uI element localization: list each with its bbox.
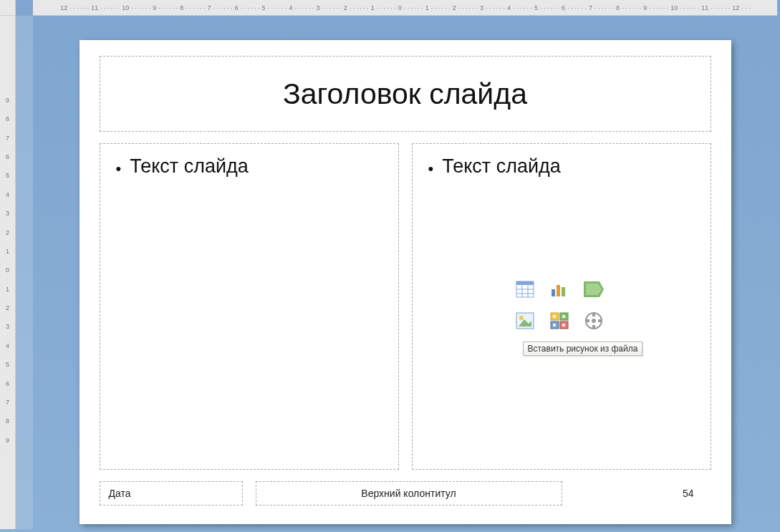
insert-content-grid bbox=[514, 279, 609, 334]
svg-rect-7 bbox=[557, 285, 560, 296]
svg-rect-8 bbox=[562, 287, 565, 296]
slide-number-placeholder[interactable]: 54 bbox=[575, 481, 711, 506]
content-columns: • Текст слайда • Текст слайда bbox=[100, 143, 711, 470]
tooltip: Вставить рисунок из файла bbox=[523, 342, 643, 356]
slide: Заголовок слайда • Текст слайда • Текст … bbox=[80, 40, 731, 524]
bullet-text: Текст слайда bbox=[130, 155, 249, 178]
title-placeholder[interactable]: Заголовок слайда bbox=[100, 56, 711, 132]
table-icon[interactable] bbox=[514, 279, 536, 299]
left-gutter bbox=[16, 16, 33, 529]
svg-rect-26 bbox=[586, 319, 589, 322]
svg-rect-27 bbox=[598, 319, 602, 322]
svg-point-21 bbox=[562, 324, 565, 327]
header-placeholder[interactable]: Верхний колонтитул bbox=[256, 481, 562, 506]
picture-icon[interactable] bbox=[514, 311, 536, 331]
svg-rect-25 bbox=[592, 325, 595, 329]
left-content-placeholder[interactable]: • Текст слайда bbox=[100, 143, 399, 470]
media-icon[interactable] bbox=[583, 311, 605, 331]
clipart-icon[interactable] bbox=[549, 311, 570, 331]
tooltip-text: Вставить рисунок из файла bbox=[528, 344, 638, 354]
bullet-icon: • bbox=[428, 160, 434, 178]
title-text: Заголовок слайда bbox=[283, 77, 527, 111]
right-content-placeholder[interactable]: • Текст слайда bbox=[412, 143, 711, 470]
bullet-icon: • bbox=[116, 160, 122, 178]
svg-point-23 bbox=[592, 319, 596, 323]
bullet-text: Текст слайда bbox=[442, 155, 561, 178]
svg-point-19 bbox=[562, 315, 565, 318]
date-text: Дата bbox=[109, 488, 131, 499]
smartart-icon[interactable] bbox=[583, 279, 605, 299]
bullet-item: • Текст слайда bbox=[421, 155, 702, 178]
header-text: Верхний колонтитул bbox=[361, 488, 456, 499]
vertical-ruler: 9··8··7··6··5··4··3··2··1··0··1··2··3··4… bbox=[0, 16, 16, 529]
bullet-item: • Текст слайда bbox=[109, 155, 390, 178]
svg-rect-6 bbox=[552, 289, 555, 296]
slide-number-text: 54 bbox=[683, 488, 694, 499]
svg-rect-24 bbox=[592, 313, 595, 316]
footer-row: Дата Верхний колонтитул 54 bbox=[100, 481, 711, 506]
chart-icon[interactable] bbox=[549, 279, 570, 299]
svg-point-12 bbox=[519, 316, 524, 320]
svg-point-20 bbox=[553, 324, 556, 327]
horizontal-ruler: 12· · ·· · ·11· · ·· · ·10· · ·· · ·9· ·… bbox=[33, 0, 777, 16]
date-placeholder[interactable]: Дата bbox=[100, 481, 243, 506]
svg-point-18 bbox=[553, 315, 556, 318]
canvas-area: Заголовок слайда • Текст слайда • Текст … bbox=[33, 16, 777, 529]
svg-rect-1 bbox=[516, 281, 534, 285]
ruler-corner bbox=[0, 0, 16, 16]
